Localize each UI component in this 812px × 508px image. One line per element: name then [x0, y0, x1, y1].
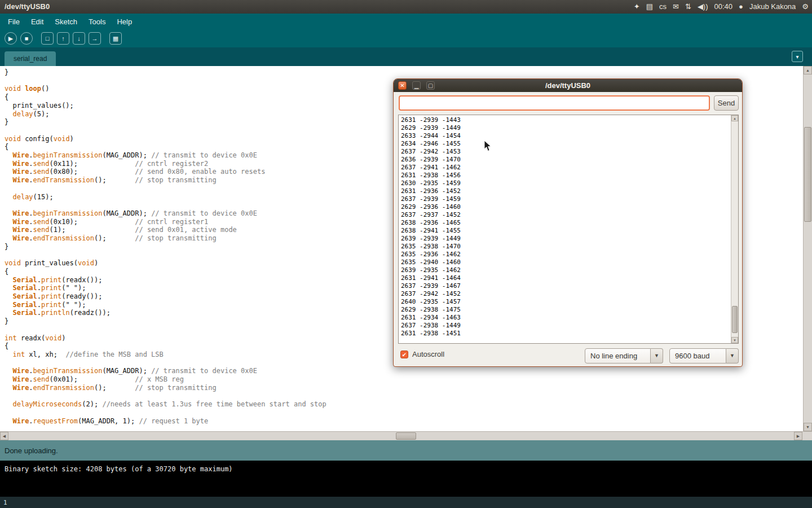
code-line	[5, 251, 326, 259]
serial-line: 2629 -2938 -1475	[401, 306, 461, 314]
code-line	[5, 201, 326, 209]
serial-line: 2639 -2935 -1462	[401, 266, 461, 274]
code-line: }	[5, 243, 326, 251]
editor-vertical-scrollbar[interactable]: ▲ ▼	[803, 66, 812, 431]
serial-scrollbar-thumb[interactable]	[732, 306, 738, 333]
code-line: Wire.requestFrom(MAG_ADDR, 1); // reques…	[5, 417, 326, 426]
user-name[interactable]: Jakub Kakona	[749, 0, 796, 14]
keyboard-layout-indicator[interactable]: cs	[659, 0, 667, 14]
menu-file[interactable]: File	[2, 15, 25, 29]
serial-monitor-button[interactable]: ▦	[109, 32, 122, 45]
minimize-button[interactable]: ▁	[412, 81, 421, 90]
serial-line: 2637 -2942 -1453	[401, 148, 461, 156]
code-line: Serial.print(ready());	[5, 292, 326, 301]
autoscroll-checkbox[interactable]: ✔	[400, 351, 408, 358]
toolbar: ▶■□↑↓→▦	[0, 29, 812, 47]
code-line: {	[5, 93, 326, 102]
menu-help[interactable]: Help	[111, 15, 138, 29]
serial-line: 2635 -2940 -1460	[401, 259, 461, 266]
serial-line: 2637 -2938 -1449	[401, 322, 461, 330]
serial-input[interactable]	[399, 95, 710, 111]
serial-line: 2638 -2936 -1465	[401, 219, 461, 227]
scroll-right-arrow[interactable]: ▶	[794, 432, 802, 440]
active-window-title: /dev/ttyUSB0	[5, 2, 50, 11]
menu-tools[interactable]: Tools	[83, 15, 111, 29]
code-line: Wire.send(0x80); // send 0x80, enable au…	[5, 168, 326, 176]
serial-line: 2637 -2939 -1459	[401, 195, 461, 203]
volume-icon[interactable]: ◀))	[698, 0, 708, 14]
serial-line: 2638 -2941 -1455	[401, 227, 461, 235]
code-line: void print_values(void)	[5, 259, 326, 268]
bottom-strip: 1	[0, 497, 812, 508]
code-line: Serial.print(readx());	[5, 276, 326, 284]
line-ending-dropdown[interactable]: No line ending ▼	[585, 348, 663, 364]
code-line: Wire.endTransmission(); // stop transmit…	[5, 384, 326, 392]
chevron-down-icon[interactable]: ▼	[651, 348, 663, 364]
serial-line: 2637 -2937 -1452	[401, 211, 461, 219]
save-sketch-button[interactable]: ↓	[73, 32, 85, 45]
serial-line: 2635 -2938 -1470	[401, 243, 461, 251]
code-line: int readx(void)	[5, 334, 326, 343]
up-arrow-icon: ↑	[61, 35, 65, 42]
serial-line: 2637 -2941 -1462	[401, 164, 461, 172]
user-icon[interactable]: ●	[739, 0, 743, 14]
code-line: delayMicroseconds(2); //needs at least 1…	[5, 400, 326, 409]
code-line: Wire.send(1); // send 0x01, active mode	[5, 226, 326, 234]
serial-output-area[interactable]: 2631 -2939 -14432629 -2939 -14492633 -29…	[398, 115, 739, 344]
code-line: Serial.println(readz());	[5, 309, 326, 317]
code-line: Serial.print(" ");	[5, 301, 326, 309]
mouse-cursor	[484, 140, 492, 152]
session-gear-icon[interactable]: ⚙	[802, 0, 809, 14]
code-line: Wire.send(0x11); // cntrl register2	[5, 160, 326, 168]
menu-sketch[interactable]: Sketch	[49, 15, 83, 29]
code-area: } void loop(){ print_values(); delay(5);…	[5, 68, 326, 425]
serial-line: 2631 -2936 -1452	[401, 187, 461, 195]
editor-horizontal-scrollbar[interactable]: ◀ ▶	[0, 431, 812, 440]
serial-line: 2631 -2938 -1451	[401, 330, 461, 338]
scroll-left-arrow[interactable]: ◀	[0, 432, 8, 440]
scroll-down-arrow[interactable]: ▼	[731, 337, 738, 343]
serial-monitor-icon: ▦	[113, 35, 118, 42]
serial-monitor-window: ✕ ▁ ▢ /dev/ttyUSB0 Send 2631 -2939 -1443…	[393, 78, 743, 367]
vertical-scrollbar-thumb[interactable]	[804, 127, 811, 222]
status-bar: Done uploading.	[0, 440, 812, 461]
keyboard-icon[interactable]: ▤	[646, 0, 653, 14]
clock[interactable]: 00:40	[714, 0, 733, 14]
autoscroll-control: ✔ Autoscroll	[400, 350, 444, 358]
upload-button[interactable]: →	[89, 32, 101, 45]
code-line: Wire.send(0x10); // cntrl register1	[5, 218, 326, 226]
top-panel: /dev/ttyUSB0 ✦▤cs✉⇅◀))00:40●Jakub Kakona…	[0, 0, 812, 14]
new-sketch-button[interactable]: □	[41, 32, 54, 45]
serial-output-scrollbar[interactable]: ▲ ▼	[731, 115, 738, 343]
baud-rate-value: 9600 baud	[669, 348, 726, 364]
code-line: int xl, xh; //define the MSB and LSB	[5, 351, 326, 359]
tab-bar: serial_read ▾	[0, 47, 812, 66]
scroll-up-arrow[interactable]: ▲	[804, 66, 812, 75]
mail-icon[interactable]: ✉	[673, 0, 679, 14]
open-sketch-button[interactable]: ↑	[57, 32, 69, 45]
menu-edit[interactable]: Edit	[25, 15, 49, 29]
code-line: Wire.beginTransmission(MAG_ADDR); // tra…	[5, 367, 326, 375]
baud-rate-dropdown[interactable]: 9600 baud ▼	[669, 348, 739, 364]
stop-button[interactable]: ■	[20, 32, 33, 45]
serial-line: 2634 -2946 -1455	[401, 140, 461, 148]
serial-monitor-titlebar[interactable]: ✕ ▁ ▢ /dev/ttyUSB0	[394, 79, 742, 92]
close-button[interactable]: ✕	[398, 81, 407, 90]
code-line: {	[5, 268, 326, 276]
send-button[interactable]: Send	[714, 95, 739, 111]
tab-menu-button[interactable]: ▾	[792, 51, 803, 62]
maximize-button[interactable]: ▢	[426, 81, 435, 90]
chevron-down-icon[interactable]: ▼	[726, 348, 739, 364]
status-text: Done uploading.	[5, 446, 58, 455]
serial-line: 2639 -2939 -1449	[401, 235, 461, 243]
scroll-up-arrow[interactable]: ▲	[731, 115, 738, 121]
sync-icon[interactable]: ⇅	[685, 0, 691, 14]
code-line	[5, 77, 326, 85]
scroll-down-arrow[interactable]: ▼	[804, 423, 812, 431]
down-arrow-icon: ↓	[77, 35, 81, 42]
verify-button[interactable]: ▶	[5, 32, 17, 45]
tab-serial-read[interactable]: serial_read	[5, 51, 56, 66]
code-line	[5, 359, 326, 367]
network-icon[interactable]: ✦	[634, 0, 640, 14]
horizontal-scrollbar-thumb[interactable]	[396, 432, 416, 440]
